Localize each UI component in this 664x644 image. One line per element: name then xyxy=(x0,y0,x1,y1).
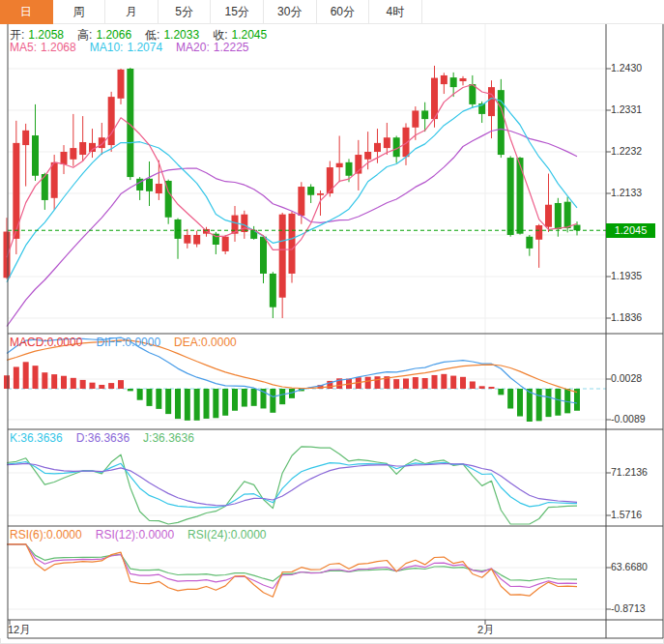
candle-body xyxy=(289,214,296,274)
macd-histogram-bar xyxy=(222,389,228,416)
candle-body xyxy=(51,162,58,198)
ohlc-low-label: 低: xyxy=(145,28,159,42)
candle-body xyxy=(70,148,76,160)
macd-histogram-bar xyxy=(555,389,561,416)
y-axis-label-kdj: 71.2136 xyxy=(611,466,648,478)
chart-background xyxy=(0,24,664,638)
legend-dea: DEA:0.0000 xyxy=(174,336,237,349)
candle-body xyxy=(535,225,542,240)
candle-body xyxy=(270,274,276,307)
macd-histogram-bar xyxy=(147,389,153,406)
candle-body xyxy=(298,187,304,216)
candle-body xyxy=(450,77,457,87)
y-axis-label-price: 1.2232 xyxy=(611,145,642,157)
ma-readout-row: MA5:1.2068MA10:1.2074MA20:1.2225 xyxy=(10,41,263,54)
macd-histogram-bar xyxy=(365,377,371,389)
candle-body xyxy=(260,237,267,274)
macd-histogram-bar xyxy=(33,366,39,389)
ma5-value: 1.2068 xyxy=(41,41,76,54)
candle-body xyxy=(469,84,476,104)
macd-histogram-bar xyxy=(42,372,47,389)
ma20-label: MA20: xyxy=(176,41,210,54)
candlestick-chart[interactable] xyxy=(0,0,664,644)
macd-histogram-bar xyxy=(498,389,504,395)
candle-body xyxy=(574,225,581,231)
macd-histogram-bar xyxy=(242,389,247,407)
ma5-label: MA5: xyxy=(10,41,37,54)
ohlc-open-value: 1.2058 xyxy=(28,28,64,42)
candle-body xyxy=(61,152,68,164)
legend-d: D:36.3636 xyxy=(76,431,130,445)
y-axis-label-price: 1.1836 xyxy=(611,311,642,323)
macd-histogram-bar xyxy=(546,389,552,417)
candle-body xyxy=(488,87,495,116)
macd-histogram-bar xyxy=(90,383,96,389)
macd-histogram-bar xyxy=(232,389,238,411)
candle-body xyxy=(4,232,11,278)
macd-histogram-bar xyxy=(403,378,409,389)
ohlc-high-label: 高: xyxy=(77,28,92,42)
candle-body xyxy=(336,163,343,167)
candle-body xyxy=(307,187,314,195)
candle-body xyxy=(89,143,96,152)
candle-body xyxy=(431,78,438,120)
macd-histogram-bar xyxy=(14,366,19,389)
candle-body xyxy=(99,137,105,148)
ohlc-close-value: 1.2045 xyxy=(231,28,267,42)
candle-body xyxy=(364,152,371,160)
rsi-legend-row: RSI(6):0.0000RSI(12):0.0000RSI(24):0.000… xyxy=(10,528,280,542)
macd-histogram-bar xyxy=(4,375,10,389)
legend-rsi6: RSI(6):0.0000 xyxy=(10,528,82,542)
legend-rsi12: RSI(12):0.0000 xyxy=(96,528,174,542)
candle-body xyxy=(555,203,562,229)
macd-legend-row: MACD:0.0000DIFF:0.0000DEA:0.0000 xyxy=(10,336,250,349)
macd-histogram-bar xyxy=(393,379,399,389)
candle-body xyxy=(279,215,286,298)
candle-body xyxy=(32,135,39,176)
ohlc-high-value: 1.2066 xyxy=(96,28,131,42)
candle-body xyxy=(526,237,533,249)
y-axis-label-price: 1.2133 xyxy=(611,187,642,198)
macd-histogram-bar xyxy=(80,380,86,389)
legend-j: J:36.3636 xyxy=(143,431,194,445)
candle-body xyxy=(564,202,571,228)
candle-body xyxy=(108,97,115,145)
x-axis-label-february: 2月 xyxy=(477,623,494,637)
candle-body xyxy=(118,70,125,99)
macd-histogram-bar xyxy=(375,376,381,389)
macd-histogram-bar xyxy=(156,389,161,409)
macd-histogram-bar xyxy=(71,378,76,389)
legend-macd: MACD:0.0000 xyxy=(10,336,82,349)
candle-body xyxy=(507,158,514,235)
macd-histogram-bar xyxy=(51,374,57,389)
macd-histogram-bar xyxy=(517,389,523,417)
macd-histogram-bar xyxy=(270,389,275,413)
macd-histogram-bar xyxy=(413,377,419,389)
macd-histogram-bar xyxy=(194,389,200,421)
ma20-value: 1.2225 xyxy=(214,41,249,54)
y-axis-label-rsi: 63.6680 xyxy=(611,561,648,572)
macd-histogram-bar xyxy=(175,389,181,419)
candle-body xyxy=(384,137,390,148)
macd-histogram-bar xyxy=(185,389,190,421)
macd-histogram-bar xyxy=(507,389,513,408)
y-axis-label-kdj: 1.5716 xyxy=(611,509,642,520)
macd-histogram-bar xyxy=(108,383,114,389)
candle-body xyxy=(441,75,447,84)
y-axis-label-price: 1.2331 xyxy=(611,103,642,115)
macd-histogram-bar xyxy=(479,386,485,389)
macd-histogram-bar xyxy=(99,385,104,389)
macd-histogram-bar xyxy=(470,381,476,389)
ohlc-low-value: 1.2033 xyxy=(163,28,199,42)
candle-body xyxy=(79,142,86,155)
y-axis-label-price: 1.1935 xyxy=(611,270,642,281)
candle-body xyxy=(146,179,153,191)
macd-histogram-bar xyxy=(450,376,456,389)
candle-body xyxy=(222,237,229,251)
macd-histogram-bar xyxy=(137,389,143,400)
legend-k: K:36.3636 xyxy=(10,431,63,445)
candle-body xyxy=(412,110,419,127)
legend-diff: DIFF:0.0000 xyxy=(96,336,160,349)
macd-histogram-bar xyxy=(61,376,67,389)
macd-histogram-bar xyxy=(422,378,428,389)
